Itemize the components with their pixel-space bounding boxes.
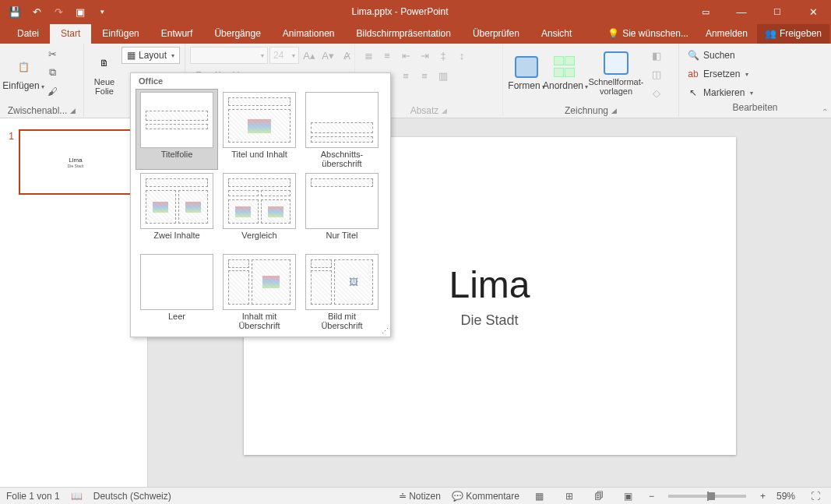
bulb-icon: 💡 xyxy=(607,24,619,44)
shape-outline-icon[interactable]: ◫ xyxy=(648,65,665,83)
align-right-icon[interactable]: ≡ xyxy=(397,67,414,84)
slideshow-view-icon[interactable]: ▣ xyxy=(619,491,638,502)
dialog-launcher-icon[interactable]: ◢ xyxy=(611,107,617,115)
comments-button[interactable]: 💬 Kommentare xyxy=(452,491,519,502)
tab-design[interactable]: Entwurf xyxy=(150,24,204,44)
layout-gallery: Office Titelfolie Titel und Inhalt Absch… xyxy=(130,72,391,337)
layout-button[interactable]: ▦ Layout ▾ xyxy=(121,47,180,64)
layout-titel-und-inhalt[interactable]: Titel und Inhalt xyxy=(218,89,301,170)
quick-styles-icon xyxy=(604,51,629,76)
redo-icon[interactable]: ↷ xyxy=(48,2,69,22)
start-from-beginning-icon[interactable]: ▣ xyxy=(70,2,90,22)
tab-transitions[interactable]: Übergänge xyxy=(203,24,271,44)
undo-icon[interactable]: ↶ xyxy=(26,2,47,22)
search-icon: 🔍 xyxy=(687,50,699,61)
tell-me[interactable]: 💡Sie wünschen... xyxy=(600,24,696,44)
tab-insert[interactable]: Einfügen xyxy=(91,24,150,44)
select-button[interactable]: ↖Markieren▾ xyxy=(684,84,826,101)
columns-icon[interactable]: ▥ xyxy=(435,67,452,84)
window-controls: ▭ — ☐ ✕ xyxy=(688,0,831,23)
ribbon-tabs: Datei Start Einfügen Entwurf Übergänge A… xyxy=(0,23,831,44)
format-painter-icon[interactable]: 🖌 xyxy=(44,83,61,100)
arrange-icon xyxy=(553,55,578,79)
shapes-button[interactable]: Formen▾ xyxy=(508,45,545,100)
slide-thumbnail-1[interactable]: 1 Lima Die Stadt xyxy=(5,129,143,195)
drawing-group-label: Zeichnung xyxy=(565,105,608,116)
cut-icon[interactable]: ✂ xyxy=(44,45,61,62)
text-direction-icon[interactable]: ↕ xyxy=(453,47,470,64)
dialog-launcher-icon[interactable]: ◢ xyxy=(442,107,447,115)
fit-to-window-icon[interactable]: ⛶ xyxy=(806,491,825,502)
font-family-combo[interactable]: ▾ xyxy=(190,47,268,64)
increase-font-icon[interactable]: A▴ xyxy=(301,47,318,64)
paste-button[interactable]: 📋 Einfügen▾ xyxy=(5,45,42,100)
new-slide-button[interactable]: 🗎 Neue Folie xyxy=(89,45,120,100)
clear-formatting-icon[interactable]: A̷ xyxy=(338,47,355,64)
tab-review[interactable]: Überprüfen xyxy=(462,24,530,44)
spellcheck-icon[interactable]: 📖 xyxy=(71,491,83,502)
qat-customize-icon[interactable]: ▾ xyxy=(92,2,112,22)
zoom-in-icon[interactable]: + xyxy=(760,491,766,502)
tab-slideshow[interactable]: Bildschirmpräsentation xyxy=(346,24,462,44)
reading-view-icon[interactable]: 🗐 xyxy=(590,491,608,502)
clipboard-group-label: Zwischenabl... xyxy=(8,105,68,116)
gallery-header: Office xyxy=(131,73,390,89)
arrange-button[interactable]: Anordnen▾ xyxy=(547,45,584,100)
minimize-icon[interactable]: — xyxy=(724,0,759,23)
layout-titelfolie[interactable]: Titelfolie xyxy=(136,89,218,170)
resize-grip-icon[interactable]: ⋰ xyxy=(382,327,389,335)
maximize-icon[interactable]: ☐ xyxy=(759,0,795,23)
font-size-combo[interactable]: 24▾ xyxy=(269,47,299,64)
replace-icon: ab xyxy=(687,69,699,79)
ribbon-options-icon[interactable]: ▭ xyxy=(688,0,724,23)
replace-button[interactable]: abErsetzen▾ xyxy=(684,65,826,83)
tab-home[interactable]: Start xyxy=(50,24,91,44)
bullets-icon[interactable]: ≣ xyxy=(360,47,377,64)
language-label[interactable]: Deutsch (Schweiz) xyxy=(93,491,171,502)
tab-animations[interactable]: Animationen xyxy=(272,24,346,44)
paragraph-group-label: Absatz xyxy=(410,105,439,116)
layout-icon: ▦ xyxy=(127,50,136,61)
zoom-level[interactable]: 59% xyxy=(776,491,795,502)
close-icon[interactable]: ✕ xyxy=(795,0,831,23)
numbering-icon[interactable]: ≡ xyxy=(379,47,396,64)
layout-vergleich[interactable]: Vergleich xyxy=(218,170,301,251)
layout-abschnittsueberschrift[interactable]: Abschnitts- überschrift xyxy=(301,89,383,170)
sign-in[interactable]: Anmelden xyxy=(698,24,755,44)
slide-sorter-icon[interactable]: ⊞ xyxy=(560,491,579,502)
layout-zwei-inhalte[interactable]: Zwei Inhalte xyxy=(136,170,218,251)
group-editing: 🔍Suchen abErsetzen▾ ↖Markieren▾ Bearbeit… xyxy=(679,44,831,117)
tab-file[interactable]: Datei xyxy=(6,24,50,44)
save-icon[interactable]: 💾 xyxy=(5,2,25,22)
collapse-ribbon-icon[interactable]: ⌃ xyxy=(822,107,828,116)
quick-styles-button[interactable]: Schnellformat- vorlagen xyxy=(586,45,646,100)
shape-fill-icon[interactable]: ◧ xyxy=(648,47,665,64)
zoom-slider[interactable] xyxy=(668,495,746,498)
quick-access-toolbar: 💾 ↶ ↷ ▣ ▾ xyxy=(0,2,112,22)
slide-thumbnails-pane[interactable]: 1 Lima Die Stadt xyxy=(0,118,148,487)
line-spacing-icon[interactable]: ‡ xyxy=(435,47,452,64)
share-button[interactable]: 👥Freigeben xyxy=(757,24,829,44)
decrease-indent-icon[interactable]: ⇤ xyxy=(397,47,414,64)
notes-button[interactable]: ≐ Notizen xyxy=(399,491,441,502)
justify-icon[interactable]: ≡ xyxy=(416,67,433,84)
normal-view-icon[interactable]: ▦ xyxy=(530,491,549,502)
decrease-font-icon[interactable]: A▾ xyxy=(319,47,336,64)
share-icon: 👥 xyxy=(765,24,776,44)
tab-view[interactable]: Ansicht xyxy=(530,24,583,44)
layout-nur-titel[interactable]: Nur Titel xyxy=(301,170,383,251)
shape-effects-icon[interactable]: ◇ xyxy=(648,84,665,101)
layout-leer[interactable]: Leer xyxy=(136,251,218,332)
slide-count-label: Folie 1 von 1 xyxy=(6,491,60,502)
increase-indent-icon[interactable]: ⇥ xyxy=(416,47,433,64)
title-bar: 💾 ↶ ↷ ▣ ▾ Lima.pptx - PowerPoint ▭ — ☐ ✕ xyxy=(0,0,831,23)
find-button[interactable]: 🔍Suchen xyxy=(684,47,826,64)
ribbon: 📋 Einfügen▾ ✂ ⧉ 🖌 Zwischenabl...◢ 🗎 Neue… xyxy=(0,44,831,118)
copy-icon[interactable]: ⧉ xyxy=(44,64,61,81)
zoom-out-icon[interactable]: − xyxy=(649,491,654,502)
layout-inhalt-mit-ueberschrift[interactable]: Inhalt mit Überschrift xyxy=(218,251,301,332)
dialog-launcher-icon[interactable]: ◢ xyxy=(70,107,76,115)
layout-bild-mit-ueberschrift[interactable]: 🖼 Bild mit Überschrift xyxy=(301,251,383,332)
slide-title[interactable]: Lima xyxy=(449,263,530,306)
slide-subtitle[interactable]: Die Stadt xyxy=(460,312,518,329)
